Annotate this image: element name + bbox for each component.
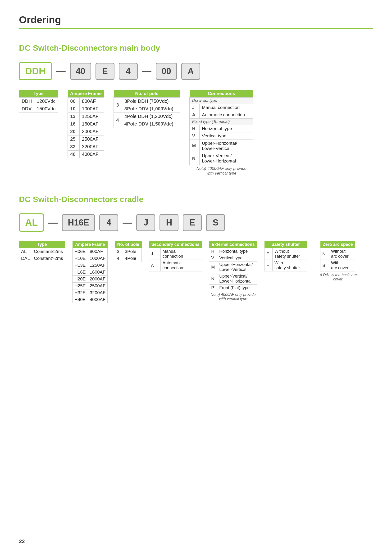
- safety-header: Safety shutter: [265, 241, 307, 248]
- cradle-dash2: —: [123, 217, 132, 228]
- cradle-section: DC Switch-Disconnectors cradle AL — H16E…: [19, 195, 373, 303]
- table-row: H20E2000AF: [72, 276, 108, 283]
- sec-conn-table: Secondary connections J Manualconnection…: [149, 241, 202, 271]
- table-row: J Manual connection: [189, 104, 253, 111]
- pole-table-group: No. of pole 3 3Pole DDH (750Vdc) 3Pole D…: [113, 90, 180, 128]
- title-bar: [19, 28, 373, 29]
- cradle-arc-code-box: S: [206, 214, 225, 231]
- ampere-table-group: Ampere Frame 06800AF 101000AF 131250AF 1…: [68, 90, 104, 158]
- main-body-section: DC Switch-Disconnectors main body DDH — …: [19, 43, 373, 176]
- arc-table: Zero arc space N Withoutarc cover S With…: [320, 241, 355, 271]
- cradle-pole-header: No. of pole: [115, 241, 142, 248]
- sec-conn-header: Secondary connections: [149, 241, 202, 248]
- table-row: 44Pole: [115, 255, 142, 262]
- connections-table-group: Connections Draw-out type J Manual conne…: [189, 90, 253, 176]
- cradle-ampere-header: Ampere Frame: [72, 241, 108, 248]
- table-row: N Upper-Vertical/Lower-Horizontal: [189, 152, 253, 165]
- table-row: 33Pole: [115, 248, 142, 255]
- arc-note: ※ DAL is the basic arc cover: [314, 273, 361, 281]
- table-row: J Manualconnection: [149, 248, 202, 260]
- table-row: 4Pole DDV (1,500Vdc): [114, 120, 180, 128]
- table-row: 404000AF: [68, 151, 104, 158]
- table-row: DDH 1200Vdc: [19, 97, 58, 105]
- ampere-table-header: Ampere Frame: [68, 90, 104, 97]
- dash2: —: [142, 66, 151, 76]
- connections-table: Connections Draw-out type J Manual conne…: [189, 90, 253, 165]
- type-value-ddh: 1200Vdc: [34, 97, 58, 105]
- table-row: A Automaticconnection: [149, 260, 202, 271]
- cradle-pole-code-box: 4: [99, 214, 118, 231]
- table-row: 202000AF: [68, 128, 104, 135]
- table-row: H16E1600AF: [72, 269, 108, 276]
- table-row: M Upper-Horizontal/Lower-Vertical: [189, 140, 253, 152]
- ampere-code-box: 40: [70, 63, 91, 80]
- table-row: 06800AF: [68, 97, 104, 105]
- safety-group: Safety shutter E Withoutsafety shutter F…: [264, 241, 307, 271]
- table-row: 323200AF: [68, 143, 104, 151]
- table-row: H13E1250AF: [72, 262, 108, 269]
- arc-header: Zero arc space: [320, 241, 355, 248]
- table-row: PFront (Flat) type: [209, 285, 257, 291]
- table-row: A Automatic connection: [189, 111, 253, 119]
- table-row: V Vertical type: [189, 132, 253, 140]
- connections-table-header: Connections: [189, 90, 253, 97]
- cradle-ext-conn-code-box: H: [160, 214, 178, 231]
- table-row: DDV 1500Vdc: [19, 105, 58, 113]
- table-row: 101000AF: [68, 105, 104, 113]
- table-row: NUpper-Vertical/Lower-Horizontal: [209, 273, 257, 285]
- cradle-sec-conn-code-box: J: [136, 214, 155, 231]
- table-row: S Witharc cover: [320, 260, 355, 271]
- draw-out-label: Draw-out type: [189, 97, 253, 104]
- page-number: 22: [19, 538, 25, 545]
- table-row: H10E1000AF: [72, 255, 108, 262]
- series-code-box: E: [96, 63, 114, 80]
- ext-conn-note: Note) 4000AF only provide with vertical …: [210, 292, 257, 301]
- safety-table: Safety shutter E Withoutsafety shutter F…: [264, 241, 307, 271]
- main-body-title: DC Switch-Disconnectors main body: [19, 43, 373, 53]
- type-code-box: DDH: [19, 62, 52, 80]
- cradle-pole-table: No. of pole 33Pole 44Pole: [115, 241, 142, 262]
- type-table-header: Type: [19, 90, 58, 97]
- connection-code-box: A: [181, 63, 200, 80]
- cradle-ampere-table: Ampere Frame H06E800AF H10E1000AF H13E12…: [72, 241, 108, 303]
- table-row: VVertical type: [209, 255, 257, 262]
- cradle-dash1: —: [48, 217, 58, 228]
- cradle-ampere-code-box: H16E: [62, 214, 95, 231]
- cradle-safety-code-box: E: [183, 214, 202, 231]
- ampere-table: Ampere Frame 06800AF 101000AF 131250AF 1…: [68, 90, 104, 158]
- pole-code-box: 4: [119, 63, 138, 80]
- table-row: H06E800AF: [72, 248, 108, 255]
- ext-conn-table: External connections HHorizontal type VV…: [209, 241, 257, 291]
- cradle-type-table: Type ALConstant≤2ms DALConstant>2ms: [19, 241, 65, 262]
- cradle-ampere-group: Ampere Frame H06E800AF H10E1000AF H13E12…: [72, 241, 108, 303]
- table-row: 131250AF: [68, 113, 104, 120]
- dash1: —: [56, 66, 66, 76]
- option-code-box: 00: [156, 63, 177, 80]
- ext-conn-group: External connections HHorizontal type VV…: [209, 241, 257, 301]
- cradle-tables-row: Type ALConstant≤2ms DALConstant>2ms Ampe…: [19, 241, 373, 303]
- table-row: 161600AF: [68, 120, 104, 128]
- table-row: 4 4Pole DDH (1,200Vdc): [114, 113, 180, 120]
- cradle-type-group: Type ALConstant≤2ms DALConstant>2ms: [19, 241, 65, 262]
- table-row: E Withoutsafety shutter: [265, 248, 307, 260]
- type-table-group: Type DDH 1200Vdc DDV 1500Vdc: [19, 90, 58, 113]
- type-value-ddv: 1500Vdc: [34, 105, 58, 113]
- table-row: HHorizontal type: [209, 248, 257, 255]
- table-row: MUpper-Horizontal/Lower-Vertical: [209, 262, 257, 273]
- connections-note: Note) 40000AF only provide with vertical…: [195, 166, 247, 176]
- table-row: H25E2500AF: [72, 283, 108, 290]
- arc-group: Zero arc space N Withoutarc cover S With…: [314, 241, 361, 281]
- table-row: 3Pole DDV (1,000Vdc): [114, 105, 180, 113]
- table-row: Fixed type (Terminal): [189, 119, 253, 125]
- sec-conn-group: Secondary connections J Manualconnection…: [149, 241, 202, 271]
- cradle-type-code-box: AL: [19, 213, 44, 232]
- cradle-pole-group: No. of pole 33Pole 44Pole: [115, 241, 142, 262]
- type-table: Type DDH 1200Vdc DDV 1500Vdc: [19, 90, 58, 113]
- table-row: Draw-out type: [189, 97, 253, 104]
- pole-table-header: No. of pole: [114, 90, 180, 97]
- cradle-title: DC Switch-Disconnectors cradle: [19, 195, 373, 204]
- ext-conn-header: External connections: [209, 241, 257, 248]
- table-row: H32E3200AF: [72, 290, 108, 296]
- table-row: DALConstant>2ms: [19, 255, 65, 262]
- table-row: 252500AF: [68, 135, 104, 143]
